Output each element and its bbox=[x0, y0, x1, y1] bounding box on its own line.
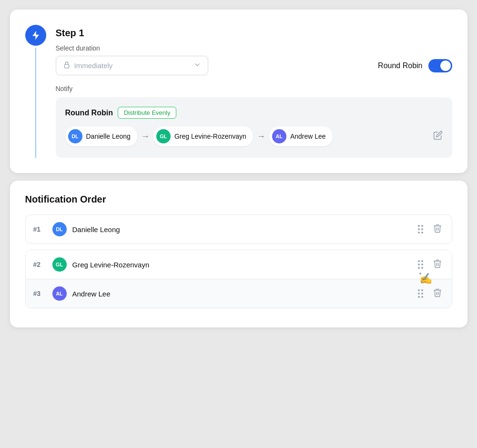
avatar-al: AL bbox=[272, 129, 286, 143]
notification-order-title: Notification Order bbox=[25, 194, 452, 205]
toggle-thumb bbox=[440, 61, 451, 71]
drag-handle-1[interactable] bbox=[416, 223, 425, 235]
step-circle bbox=[25, 25, 46, 46]
notification-group-23: #2 GL Greg Levine-Rozenvayn ✍ bbox=[25, 250, 452, 308]
delete-button-1[interactable] bbox=[431, 222, 444, 237]
delete-button-3[interactable] bbox=[431, 286, 444, 301]
notify-section-title: Round Robin bbox=[65, 109, 113, 117]
chevron-down-icon bbox=[193, 61, 201, 70]
edit-icon[interactable] bbox=[433, 131, 443, 142]
arrow-2: → bbox=[257, 132, 265, 142]
notification-order-card: Notification Order #1 DL Danielle Leong bbox=[10, 181, 467, 327]
assignee-name-al: Andrew Lee bbox=[290, 132, 326, 140]
round-robin-toggle[interactable] bbox=[428, 59, 452, 72]
notify-header: Round Robin Distribute Evenly bbox=[65, 107, 443, 119]
notify-label: Notify bbox=[56, 85, 452, 92]
svg-rect-0 bbox=[64, 64, 69, 68]
notification-item-1: #1 DL Danielle Leong bbox=[25, 214, 452, 244]
avatar-gl-notif: GL bbox=[52, 257, 67, 272]
notify-box: Round Robin Distribute Evenly DL Daniell… bbox=[56, 97, 452, 158]
duration-value: Immediately bbox=[74, 61, 113, 70]
notification-item-3: #3 AL Andrew Lee bbox=[26, 279, 452, 308]
round-robin-toggle-group: Round Robin bbox=[378, 59, 452, 72]
assignee-pill-dl: DL Danielle Leong bbox=[65, 126, 137, 146]
avatar-al-notif: AL bbox=[52, 286, 67, 301]
notification-order-list: #1 DL Danielle Leong #2 G bbox=[25, 214, 452, 314]
duration-label: Select duration bbox=[56, 44, 452, 52]
drag-handle-2[interactable]: ✍ bbox=[416, 258, 425, 271]
round-robin-label: Round Robin bbox=[378, 61, 422, 70]
arrow-1: → bbox=[141, 132, 150, 142]
bolt-icon bbox=[30, 30, 41, 41]
avatar-gl: GL bbox=[156, 129, 171, 143]
notif-name-2: Greg Levine-Rozenvayn bbox=[72, 261, 410, 269]
notif-name-1: Danielle Leong bbox=[72, 225, 410, 234]
assignee-name-gl: Greg Levine-Rozenvayn bbox=[174, 132, 246, 140]
notif-num-2: #2 bbox=[33, 261, 47, 268]
notif-num-1: #1 bbox=[33, 225, 47, 233]
assignee-chain: DL Danielle Leong → GL Greg Levine-Rozen… bbox=[65, 126, 443, 146]
hand-cursor-icon: ✍ bbox=[419, 273, 421, 275]
avatar-dl: DL bbox=[68, 129, 82, 143]
assignee-pill-gl: GL Greg Levine-Rozenvayn bbox=[153, 126, 253, 146]
avatar-dl-notif: DL bbox=[52, 222, 67, 236]
lock-icon bbox=[63, 61, 71, 70]
step-content: Step 1 Select duration Immediately bbox=[56, 25, 452, 158]
assignee-name-dl: Danielle Leong bbox=[86, 132, 131, 140]
notif-name-3: Andrew Lee bbox=[72, 290, 410, 298]
notification-item-2: #2 GL Greg Levine-Rozenvayn ✍ bbox=[26, 250, 452, 279]
notif-num-3: #3 bbox=[33, 290, 47, 297]
assignee-pill-al: AL Andrew Lee bbox=[269, 126, 333, 146]
step-line-container bbox=[25, 25, 46, 158]
step-vertical-line bbox=[35, 48, 36, 158]
step-title: Step 1 bbox=[56, 28, 452, 39]
duration-select[interactable]: Immediately bbox=[56, 56, 208, 75]
drag-handle-3[interactable] bbox=[416, 287, 425, 300]
duration-row: Immediately Round Robin bbox=[56, 56, 452, 75]
distribute-badge[interactable]: Distribute Evenly bbox=[118, 107, 177, 119]
step1-card: Step 1 Select duration Immediately bbox=[10, 10, 467, 173]
delete-button-2[interactable] bbox=[431, 257, 444, 272]
